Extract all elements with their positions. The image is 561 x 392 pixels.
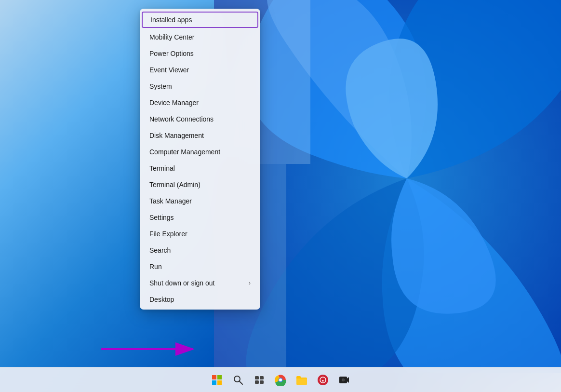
svg-rect-7	[255, 376, 259, 379]
windows-logo-icon	[212, 375, 222, 385]
svg-line-6	[240, 381, 243, 384]
menu-item-desktop[interactable]: Desktop	[140, 291, 260, 308]
menu-item-computer-management[interactable]: Computer Management	[140, 144, 260, 160]
menu-item-search[interactable]: Search	[140, 242, 260, 258]
menu-item-shut-down[interactable]: Shut down or sign out ›	[140, 275, 260, 291]
svg-marker-18	[347, 377, 349, 383]
svg-rect-9	[255, 380, 259, 384]
arrow-indicator	[96, 337, 202, 363]
menu-item-settings[interactable]: Settings	[140, 209, 260, 226]
obs-button[interactable]: ●	[313, 370, 333, 390]
svg-rect-10	[260, 380, 264, 384]
menu-item-run[interactable]: Run	[140, 258, 260, 275]
chrome-button[interactable]	[271, 370, 290, 390]
taskview-icon	[254, 375, 265, 385]
menu-item-disk-management[interactable]: Disk Management	[140, 127, 260, 144]
obs-icon: ●	[317, 374, 329, 386]
folder-icon	[295, 374, 308, 386]
menu-item-device-manager[interactable]: Device Manager	[140, 95, 260, 111]
taskview-button[interactable]	[250, 370, 269, 390]
record-button[interactable]	[334, 370, 354, 390]
chrome-icon	[275, 374, 286, 386]
menu-item-event-viewer[interactable]: Event Viewer	[140, 62, 260, 78]
svg-text:●: ●	[322, 378, 324, 383]
start-button[interactable]	[207, 370, 227, 390]
svg-point-20	[343, 379, 344, 380]
file-explorer-button[interactable]	[292, 370, 311, 390]
wallpaper	[0, 0, 561, 373]
search-button[interactable]	[228, 370, 248, 390]
menu-item-mobility-center[interactable]: Mobility Center	[140, 29, 260, 45]
taskbar-icons: ●	[207, 370, 354, 390]
search-icon	[233, 375, 243, 385]
menu-item-system[interactable]: System	[140, 78, 260, 95]
taskbar: ●	[0, 367, 561, 392]
menu-item-power-options[interactable]: Power Options	[140, 45, 260, 62]
submenu-chevron: ›	[249, 280, 251, 286]
menu-item-installed-apps[interactable]: Installed apps	[142, 12, 258, 28]
menu-item-terminal[interactable]: Terminal	[140, 160, 260, 176]
svg-point-13	[279, 378, 282, 381]
camera-icon	[338, 374, 350, 386]
menu-item-terminal-admin[interactable]: Terminal (Admin)	[140, 176, 260, 193]
menu-item-network-connections[interactable]: Network Connections	[140, 111, 260, 127]
menu-item-task-manager[interactable]: Task Manager	[140, 193, 260, 209]
menu-item-file-explorer[interactable]: File Explorer	[140, 226, 260, 242]
desktop: Installed apps Mobility Center Power Opt…	[0, 0, 561, 392]
context-menu: Installed apps Mobility Center Power Opt…	[140, 9, 260, 310]
svg-rect-8	[260, 376, 264, 379]
